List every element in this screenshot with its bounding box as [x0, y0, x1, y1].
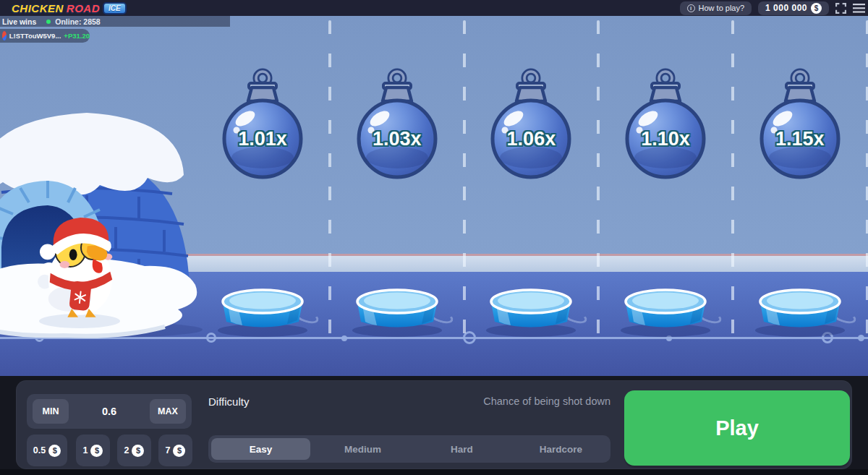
logo-text-road: ROAD: [67, 2, 100, 14]
chicken-character: [38, 211, 123, 322]
online-status-icon: [46, 20, 51, 24]
difficulty-tab-hardcore[interactable]: Hardcore: [511, 438, 610, 460]
quick-bet-7[interactable]: 7$: [158, 435, 192, 466]
live-win-entry: L!STTouW5V9...+P31.20: [0, 29, 90, 43]
logo-badge-ice: ICE: [103, 2, 127, 14]
difficulty-tab-medium[interactable]: Medium: [313, 438, 412, 460]
multiplier-ball: 1.01x: [216, 64, 310, 181]
fullscreen-button[interactable]: [835, 3, 846, 14]
player-name: L!STTouW5V9...: [9, 32, 61, 40]
coin-icon: $: [132, 445, 144, 457]
logo-text-chicken: CHICKEN: [12, 2, 64, 14]
live-wins-bar: Live wins Online: 2858: [0, 16, 230, 27]
multiplier-value: 1.01x: [216, 126, 310, 152]
lane-divider: [731, 20, 734, 335]
ice-platform: [348, 284, 446, 338]
ice-platform: [482, 284, 580, 338]
app-window: CHICKEN ROAD ICE i How to play? 1 000 00…: [0, 0, 868, 475]
fullscreen-icon: [835, 3, 846, 14]
quick-bet-2[interactable]: 2$: [117, 435, 151, 466]
balance-value: 1 000 000: [765, 3, 807, 13]
multiplier-ball: 1.10x: [618, 64, 712, 181]
quick-bet-0.5[interactable]: 0.5$: [27, 435, 67, 466]
difficulty-tabs: EasyMediumHardHardcore: [208, 435, 610, 463]
quick-bet-1[interactable]: 1$: [76, 435, 110, 466]
coin-icon: $: [90, 445, 103, 457]
menu-icon: [853, 4, 865, 13]
multiplier-value: 1.15x: [753, 126, 847, 152]
ice-platform: [751, 284, 849, 338]
difficulty-tab-easy[interactable]: Easy: [211, 438, 310, 460]
menu-button[interactable]: [853, 4, 865, 13]
lane-divider: [463, 20, 466, 335]
ice-platform: [213, 284, 312, 338]
how-to-play-button[interactable]: i How to play?: [680, 1, 752, 15]
ice-platform: [616, 284, 715, 338]
balance-button[interactable]: 1 000 000 $: [758, 1, 829, 15]
multiplier-ball: 1.03x: [350, 64, 444, 181]
how-to-play-label: How to play?: [699, 4, 745, 12]
bet-max-button[interactable]: MAX: [150, 399, 186, 424]
lane-divider: [328, 20, 331, 335]
bottom-edge: [0, 469, 868, 475]
player-avatar: [2, 31, 7, 40]
game-field: 1.01x 1.03x 1.06x 1.10x 1.15x Live wins …: [0, 16, 868, 376]
info-icon: i: [687, 4, 695, 12]
bubble-decoration: [341, 335, 347, 341]
win-amount: +P31.20: [64, 32, 90, 40]
multiplier-value: 1.10x: [618, 126, 712, 152]
bubble-decoration: [858, 335, 864, 341]
game-logo: CHICKEN ROAD ICE: [12, 1, 127, 15]
play-button[interactable]: Play: [624, 390, 850, 466]
control-panel: MIN 0.6 MAX 0.5$1$2$7$ Difficulty Chance…: [16, 380, 852, 469]
coin-icon: $: [811, 3, 822, 14]
bet-amount-input[interactable]: 0.6: [70, 394, 148, 429]
multiplier-value: 1.03x: [350, 126, 444, 152]
chance-label: Chance of being shot down: [306, 395, 610, 407]
bet-amount-box: MIN 0.6 MAX: [27, 394, 192, 429]
lane-divider: [597, 20, 600, 335]
online-count: Online: 2858: [55, 17, 100, 26]
multiplier-value: 1.06x: [484, 126, 578, 152]
difficulty-label: Difficulty: [208, 395, 249, 408]
multiplier-ball: 1.15x: [753, 64, 847, 181]
coin-icon: $: [48, 445, 61, 457]
bet-min-button[interactable]: MIN: [33, 399, 69, 424]
difficulty-tab-hard[interactable]: Hard: [412, 438, 511, 460]
multiplier-ball: 1.06x: [484, 64, 578, 181]
top-bar: CHICKEN ROAD ICE i How to play? 1 000 00…: [0, 0, 868, 16]
live-wins-label: Live wins: [2, 17, 36, 26]
coin-icon: $: [173, 445, 185, 457]
control-bar: MIN 0.6 MAX 0.5$1$2$7$ Difficulty Chance…: [0, 376, 868, 475]
